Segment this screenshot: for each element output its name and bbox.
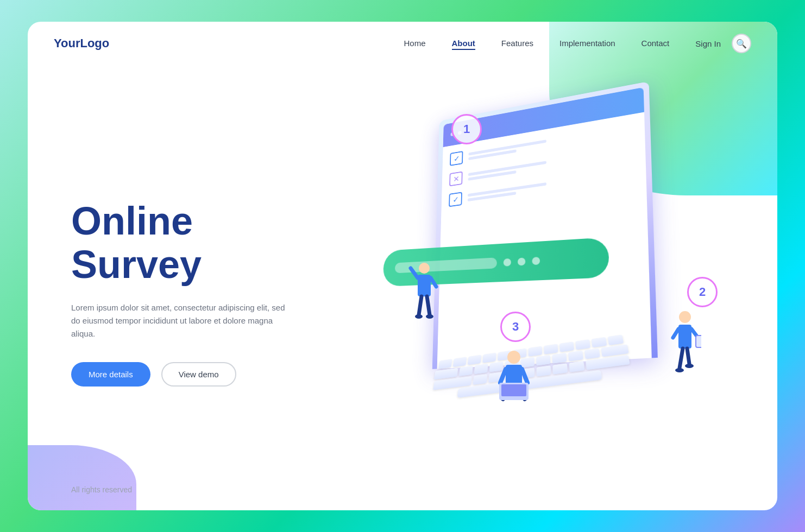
checkbox-3: ✓	[449, 192, 462, 207]
search-icon: 🔍	[736, 39, 747, 49]
key	[552, 363, 568, 374]
nav-right: Sign In 🔍	[695, 34, 751, 53]
key	[474, 364, 488, 374]
nav-item-implementation[interactable]: Implementation	[559, 39, 615, 48]
nav-item-contact[interactable]: Contact	[642, 39, 670, 48]
check-lines-1	[468, 140, 546, 160]
key	[473, 374, 487, 385]
svg-point-6	[415, 314, 423, 319]
badge-3: 3	[500, 312, 531, 342]
page-card: YourLogo Home About Features Implementat…	[28, 22, 777, 510]
laptop-illustration: ✓ ✕	[343, 76, 734, 445]
svg-line-20	[673, 329, 678, 338]
nav-item-about[interactable]: About	[452, 39, 475, 48]
more-details-button[interactable]: More details	[71, 362, 150, 387]
key	[559, 341, 574, 352]
logo: YourLogo	[54, 36, 109, 50]
nav-item-features[interactable]: Features	[501, 39, 533, 48]
navbar: YourLogo Home About Features Implementat…	[28, 22, 777, 65]
svg-point-24	[685, 364, 694, 368]
svg-line-2	[411, 268, 418, 278]
left-section: Online Survey Lorem ipsum dolor sit amet…	[28, 65, 310, 510]
key	[453, 357, 467, 367]
key	[438, 359, 452, 369]
key	[584, 349, 600, 359]
key	[568, 351, 583, 362]
svg-rect-17	[678, 325, 691, 349]
view-demo-button[interactable]: View demo	[161, 362, 236, 387]
person-left	[408, 261, 441, 331]
key	[459, 366, 473, 376]
svg-line-4	[419, 296, 422, 315]
svg-line-5	[427, 296, 430, 315]
svg-rect-15	[501, 384, 526, 396]
svg-rect-19	[696, 335, 701, 347]
key	[552, 353, 567, 364]
key	[468, 355, 481, 365]
svg-line-10	[500, 369, 506, 383]
svg-line-3	[431, 278, 436, 287]
bar-dot-2	[518, 258, 525, 266]
badge-2: 2	[687, 277, 718, 307]
person-bottom	[495, 347, 533, 418]
checkbox-2: ✕	[449, 172, 462, 187]
key	[482, 353, 496, 363]
svg-point-8	[507, 351, 520, 364]
key	[608, 334, 624, 345]
hero-title: Online Survey	[71, 200, 310, 286]
nav-item-home[interactable]: Home	[404, 39, 425, 48]
bar-dot-1	[504, 258, 511, 267]
hero-description: Lorem ipsum dolor sit amet, consectetur …	[71, 301, 288, 340]
svg-point-16	[679, 311, 691, 323]
footer-copyright: All rights reserved	[71, 485, 132, 494]
svg-rect-9	[506, 365, 522, 385]
key	[544, 344, 558, 354]
key	[537, 365, 551, 376]
badge-1: 1	[451, 114, 482, 144]
svg-line-21	[680, 349, 683, 368]
button-group: More details View demo	[71, 362, 310, 387]
svg-point-23	[675, 368, 684, 372]
svg-line-22	[687, 349, 689, 364]
person-right	[669, 309, 701, 391]
key	[569, 361, 585, 372]
sign-in-link[interactable]: Sign In	[695, 39, 721, 48]
check-lines-2	[468, 161, 546, 180]
svg-rect-1	[418, 275, 431, 296]
key	[592, 337, 607, 347]
svg-line-11	[522, 369, 527, 383]
bar-dot-3	[532, 257, 540, 265]
check-lines-3	[468, 182, 546, 201]
svg-point-7	[426, 314, 433, 319]
key	[536, 355, 550, 366]
search-button[interactable]: 🔍	[732, 34, 751, 53]
checkbox-1: ✓	[450, 151, 463, 166]
main-content: Online Survey Lorem ipsum dolor sit amet…	[28, 65, 777, 510]
svg-point-0	[419, 263, 430, 274]
illustration-section: ✓ ✕	[310, 65, 777, 510]
nav-links: Home About Features Implementation Conta…	[404, 39, 669, 48]
key	[575, 339, 590, 350]
